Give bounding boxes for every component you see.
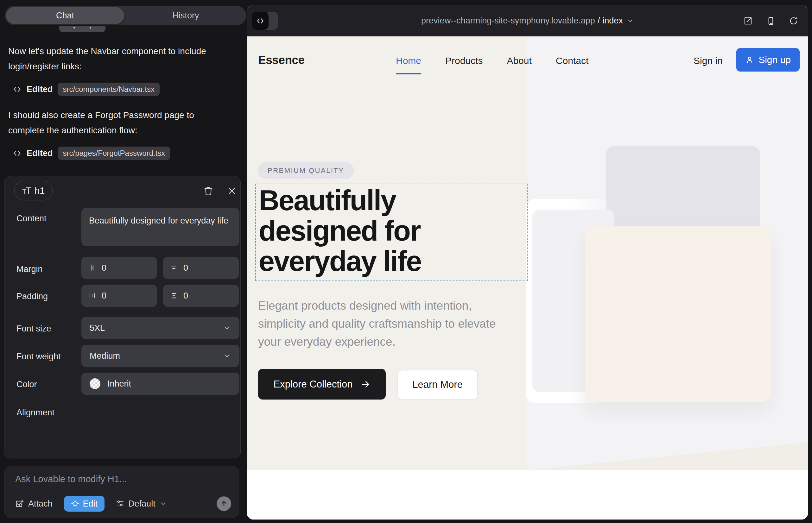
hero-paragraph: Elegant products designed with intention… bbox=[258, 296, 515, 351]
margin-x-icon bbox=[88, 264, 96, 272]
site-canvas: Essence Home Products About Contact Sign… bbox=[247, 36, 808, 520]
file-chip[interactable]: src/components/Navbar.tsx bbox=[58, 83, 160, 96]
default-mode-button[interactable]: Default bbox=[116, 499, 166, 509]
element-editor-panel: TT h1 Content Beautifully designed for e… bbox=[4, 176, 241, 458]
padding-y-icon bbox=[170, 292, 178, 300]
font-size-label: Font size bbox=[16, 324, 51, 334]
margin-x-input[interactable] bbox=[102, 263, 140, 273]
code-icon bbox=[252, 12, 268, 30]
prompt-input[interactable] bbox=[15, 474, 224, 493]
chevron-down-icon bbox=[223, 352, 231, 360]
content-field[interactable]: Beautifully designed for everyday life bbox=[82, 208, 240, 246]
edit-label: Edit bbox=[83, 499, 98, 509]
prompt-composer: Attach Edit Default bbox=[4, 466, 239, 518]
alignment-label: Alignment bbox=[16, 408, 54, 418]
sign-up-label: Sign up bbox=[758, 54, 791, 65]
chevron-down-icon bbox=[223, 324, 231, 332]
padding-y-field[interactable] bbox=[163, 285, 239, 307]
preview-window: preview--charming-site-symphony.lovable.… bbox=[247, 5, 808, 520]
padding-label: Padding bbox=[16, 292, 48, 301]
preview-url[interactable]: preview--charming-site-symphony.lovable.… bbox=[421, 16, 634, 26]
margin-x-field[interactable] bbox=[82, 257, 157, 279]
h1-selection-outline[interactable]: Beautifully designed for everyday life bbox=[255, 184, 528, 281]
nav-link-about[interactable]: About bbox=[507, 55, 531, 66]
hero-cta-row: Explore Collection Learn More bbox=[258, 369, 478, 399]
chat-panel: Chat History Now let's update the Navbar… bbox=[0, 0, 247, 523]
chat-history-tabbar: Chat History bbox=[5, 6, 246, 25]
color-select[interactable]: Inherit bbox=[82, 373, 240, 395]
margin-label: Margin bbox=[16, 264, 43, 274]
code-view-toggle[interactable] bbox=[252, 12, 278, 30]
site-logo[interactable]: Essence bbox=[258, 54, 305, 67]
hero-heading[interactable]: Beautifully designed for everyday life bbox=[259, 185, 509, 276]
explore-collection-label: Explore Collection bbox=[273, 379, 353, 390]
url-host: preview--charming-site-symphony.lovable.… bbox=[421, 16, 595, 26]
padding-x-field[interactable] bbox=[82, 285, 157, 307]
margin-y-input[interactable] bbox=[183, 263, 222, 273]
url-separator: / bbox=[598, 16, 600, 26]
code-icon bbox=[13, 85, 21, 94]
site-navbar: Essence Home Products About Contact Sign… bbox=[247, 36, 808, 84]
sliders-icon bbox=[116, 500, 124, 508]
decorative-card-beige bbox=[585, 226, 772, 402]
font-weight-select[interactable]: Medium bbox=[82, 345, 240, 367]
chevron-down-icon bbox=[627, 17, 634, 24]
attach-image-icon bbox=[15, 499, 24, 508]
explore-collection-button[interactable]: Explore Collection bbox=[258, 369, 386, 399]
chevron-down-icon bbox=[160, 500, 166, 507]
attach-label: Attach bbox=[28, 499, 53, 509]
tab-history[interactable]: History bbox=[127, 7, 245, 24]
url-page: index bbox=[602, 16, 623, 26]
clipped-chip bbox=[59, 26, 105, 32]
attach-button[interactable]: Attach bbox=[15, 499, 53, 509]
edited-label: Edited bbox=[27, 148, 53, 158]
section-below-hero bbox=[247, 470, 808, 520]
content-input[interactable]: Beautifully designed for everyday life bbox=[82, 208, 240, 246]
font-weight-label: Font weight bbox=[16, 352, 61, 362]
padding-y-input[interactable] bbox=[183, 291, 222, 301]
element-tag: h1 bbox=[35, 185, 45, 196]
file-chip[interactable]: src/pages/ForgotPassword.tsx bbox=[58, 147, 170, 160]
editor-header: TT h1 bbox=[4, 176, 240, 205]
edited-file-row: Edited src/components/Navbar.tsx bbox=[13, 82, 160, 97]
padding-x-input[interactable] bbox=[102, 291, 140, 301]
color-swatch bbox=[90, 378, 100, 389]
premium-quality-badge: PREMIUM QUALITY bbox=[258, 162, 354, 179]
sign-up-button[interactable]: Sign up bbox=[736, 48, 800, 72]
composer-toolbar: Attach Edit Default bbox=[15, 495, 231, 512]
edited-file-row: Edited src/pages/ForgotPassword.tsx bbox=[13, 146, 170, 161]
chat-message: Now let's update the Navbar component to… bbox=[8, 44, 211, 74]
font-size-select[interactable]: 5XL bbox=[82, 317, 240, 339]
nav-link-contact[interactable]: Contact bbox=[556, 55, 588, 66]
arrow-up-icon bbox=[220, 500, 228, 507]
learn-more-button[interactable]: Learn More bbox=[398, 370, 478, 399]
margin-y-field[interactable] bbox=[163, 257, 239, 279]
nav-link-home[interactable]: Home bbox=[396, 55, 421, 66]
margin-y-icon bbox=[170, 264, 178, 272]
font-weight-value: Medium bbox=[90, 351, 120, 361]
open-external-icon[interactable] bbox=[743, 16, 753, 26]
code-icon bbox=[13, 149, 21, 158]
font-size-value: 5XL bbox=[90, 323, 105, 333]
type-icon: TT bbox=[22, 185, 31, 196]
nav-link-products[interactable]: Products bbox=[445, 55, 483, 66]
user-icon bbox=[745, 55, 754, 64]
content-label: Content bbox=[16, 214, 47, 223]
refresh-icon[interactable] bbox=[789, 16, 798, 26]
selected-element-pill[interactable]: TT h1 bbox=[14, 181, 53, 200]
sign-in-link[interactable]: Sign in bbox=[693, 55, 723, 66]
tab-chat[interactable]: Chat bbox=[6, 7, 124, 24]
padding-x-icon bbox=[88, 292, 96, 300]
target-icon bbox=[71, 500, 79, 508]
preview-topbar: preview--charming-site-symphony.lovable.… bbox=[247, 5, 808, 36]
edited-label: Edited bbox=[27, 85, 53, 94]
edit-mode-button[interactable]: Edit bbox=[64, 496, 105, 511]
mobile-view-icon[interactable] bbox=[766, 16, 776, 26]
send-button[interactable] bbox=[217, 497, 231, 511]
color-label: Color bbox=[16, 380, 37, 390]
chat-message: I should also create a Forgot Password p… bbox=[8, 108, 211, 138]
preview-actions bbox=[743, 5, 798, 36]
delete-element-button[interactable] bbox=[201, 184, 215, 198]
default-label: Default bbox=[128, 499, 156, 509]
close-icon[interactable] bbox=[225, 184, 239, 198]
